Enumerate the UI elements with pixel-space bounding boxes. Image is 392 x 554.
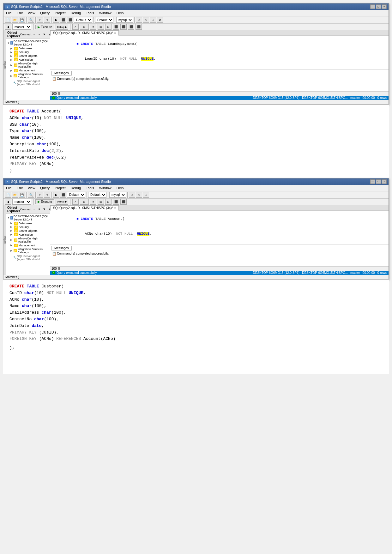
db-nav-left-2[interactable]: ◀: [5, 199, 11, 205]
menu-window-2[interactable]: Window: [98, 185, 113, 190]
toolbar-dropdown-mysql-1[interactable]: mysql: [116, 17, 133, 23]
query-tab-1[interactable]: SQLQuery2.sql - D...0MSLS\THISPC (34)° ×: [50, 30, 119, 36]
tree-item-alwayson-1[interactable]: ▶ 📁 AlwaysOn High Availability: [7, 62, 49, 69]
toolbar-new-1[interactable]: 📄: [5, 17, 11, 23]
tree-item-sqlagent-2[interactable]: 🔧 SQL Server Agent (Agent XPs disabl: [7, 254, 49, 261]
db-nav-left-1[interactable]: ◀: [5, 24, 11, 30]
maximize-btn-2[interactable]: □: [376, 179, 381, 184]
tree-item-security-1[interactable]: ▶ 📁 Security: [7, 50, 49, 54]
oe-btn-slash-2[interactable]: /: [47, 207, 50, 212]
toolbar-btn-f[interactable]: □: [150, 17, 156, 23]
col-btn-6[interactable]: ⬛: [128, 24, 134, 30]
db-selector-1[interactable]: master: [12, 24, 31, 30]
col-btn-w2-5[interactable]: ⬛: [120, 199, 127, 205]
toolbar-btn-w2-a[interactable]: ▶: [53, 192, 59, 198]
toolbar-new-2[interactable]: 📄: [5, 192, 11, 198]
query-tab-close-1[interactable]: ×: [114, 32, 116, 35]
execute-button-1[interactable]: ▶ Execute: [35, 25, 54, 29]
close-btn-1[interactable]: ×: [382, 4, 387, 9]
oe-btn-edit-1[interactable]: ✎: [42, 32, 47, 37]
toolbar-btn-w2-b[interactable]: ⬛: [60, 192, 66, 198]
toolbar-dropdown-default-w2-1[interactable]: Default: [67, 192, 85, 198]
col-btn-7[interactable]: ⬛: [136, 24, 142, 30]
execute-button-2[interactable]: ▶ Execute: [35, 199, 54, 204]
grid-btn-2[interactable]: ⊞: [80, 199, 89, 205]
toolbar-open-2[interactable]: 📂: [12, 192, 18, 198]
query-tab-2[interactable]: SQLQuery2.sql - D...0MSLS\THISPC (34)° ×: [50, 205, 119, 211]
col-btn-w2-3[interactable]: ⊟: [105, 199, 112, 205]
connect-label-1[interactable]: Connect: [20, 33, 32, 36]
tree-item-serverobj-1[interactable]: ▶ 📁 Server Objects: [7, 54, 49, 58]
messages-tab-2[interactable]: Messages: [51, 246, 72, 250]
tree-item-serverobj-2[interactable]: ▶ 📁 Server Objects: [7, 229, 49, 233]
toolbar-btn-w2-d[interactable]: ▷: [136, 192, 142, 198]
query-tab-close-2[interactable]: ×: [114, 206, 116, 209]
minimize-btn-1[interactable]: —: [370, 4, 375, 9]
grid-btn-1[interactable]: ⊞: [80, 24, 89, 30]
toolbar-btn-w2-e[interactable]: □: [143, 192, 149, 198]
tree-item-alwayson-2[interactable]: ▶ 📁 AlwaysOn High Availability: [7, 237, 49, 244]
oe-btn-menu-2[interactable]: ≡: [37, 207, 42, 212]
col-btn-w2-4[interactable]: ⬛: [113, 199, 119, 205]
side-handle-1[interactable]: toolbar: [3, 30, 6, 100]
menu-help-2[interactable]: Help: [115, 185, 125, 190]
tree-item-security-2[interactable]: ▶ 📁 Security: [7, 225, 49, 229]
toolbar-save-1[interactable]: 💾: [19, 17, 25, 23]
maximize-btn-1[interactable]: □: [376, 4, 381, 9]
tree-item-server-2[interactable]: ▼ S DESKTOP-6G6MG15 (SQL Server 12.0.4T: [7, 214, 49, 221]
col-btn-5[interactable]: ⬛: [120, 24, 127, 30]
menu-window-1[interactable]: Window: [98, 10, 113, 15]
debug-btn-1[interactable]: Debug ▶: [56, 24, 68, 30]
toolbar-redo-1[interactable]: ↪: [44, 17, 50, 23]
toolbar-undo-2[interactable]: ↩: [37, 192, 43, 198]
close-btn-2[interactable]: ×: [382, 179, 387, 184]
tree-item-replication-1[interactable]: ▶ 📁 Replication: [7, 58, 49, 62]
menu-edit-1[interactable]: Edit: [15, 10, 24, 15]
col-btn-4[interactable]: ⬛: [113, 24, 119, 30]
editor-pane-1[interactable]: ■ CREATE TABLE LoanRepayment( LoanID cha…: [50, 36, 389, 69]
debug-btn-2[interactable]: Debug ▶: [56, 199, 68, 205]
oe-btn-connect-1[interactable]: ↔: [32, 32, 37, 37]
menu-tools-1[interactable]: Tools: [85, 10, 95, 15]
col-btn-w2-1[interactable]: ≡: [90, 199, 96, 205]
menu-file-1[interactable]: File: [5, 10, 13, 15]
toolbar-new-query-2[interactable]: 🔍: [28, 192, 34, 198]
toolbar-save-2[interactable]: 💾: [19, 192, 25, 198]
menu-help-1[interactable]: Help: [115, 10, 125, 15]
menu-file-2[interactable]: File: [5, 185, 13, 190]
toolbar-btn-w2-c[interactable]: ◁: [129, 192, 135, 198]
toolbar-redo-2[interactable]: ↪: [44, 192, 50, 198]
title-bar-controls-2[interactable]: — □ ×: [370, 179, 387, 184]
tree-item-replication-2[interactable]: ▶ 📁 Replication: [7, 233, 49, 237]
col-btn-1[interactable]: ≡: [90, 24, 96, 30]
menu-view-1[interactable]: View: [27, 10, 37, 15]
toolbar-btn-a[interactable]: ▶: [53, 17, 59, 23]
toolbar-btn-e[interactable]: ▷: [143, 17, 149, 23]
side-handle-2[interactable]: toolbar: [3, 205, 6, 275]
menu-query-2[interactable]: Query: [39, 185, 51, 190]
menu-debug-1[interactable]: Debug: [69, 10, 82, 15]
col-btn-w2-2[interactable]: ▤: [98, 199, 104, 205]
toolbar-btn-b[interactable]: ⬛: [60, 17, 66, 23]
tree-item-sqlagent-1[interactable]: 🔧 SQL Server Agent (Agent XPs disabl: [7, 79, 49, 86]
toolbar-dropdown-mysql-2[interactable]: mysql: [109, 192, 126, 198]
title-bar-controls-1[interactable]: — □ ×: [370, 4, 387, 9]
oe-btn-edit-2[interactable]: ✎: [42, 207, 47, 212]
menu-query-1[interactable]: Query: [39, 10, 51, 15]
col-btn-2[interactable]: ▤: [98, 24, 104, 30]
col-btn-3[interactable]: ⊟: [105, 24, 112, 30]
toolbar-open-1[interactable]: 📂: [12, 17, 18, 23]
tree-item-integration-2[interactable]: ▶ 📁 Integration Services Catalogs: [7, 247, 49, 254]
tree-item-mgmt-2[interactable]: ▶ 📁 Management: [7, 244, 49, 247]
menu-debug-2[interactable]: Debug: [69, 185, 82, 190]
minimize-btn-2[interactable]: —: [370, 179, 375, 184]
toolbar-btn-g[interactable]: ⚙: [157, 17, 163, 23]
toolbar-undo-1[interactable]: ↩: [37, 17, 43, 23]
toolbar-btn-d[interactable]: ◁: [136, 17, 142, 23]
toolbar-dropdown-default-1[interactable]: Default: [74, 17, 92, 23]
toolbar-btn-c[interactable]: ⬛: [67, 17, 73, 23]
messages-tab-1[interactable]: Messages: [51, 71, 72, 75]
tree-item-mgmt-1[interactable]: ▶ 📁 Management: [7, 69, 49, 72]
editor-pane-2[interactable]: ■ CREATE TABLE Account( ACNo char(10) NO…: [50, 211, 389, 244]
check-btn-1[interactable]: ✓: [72, 24, 79, 30]
